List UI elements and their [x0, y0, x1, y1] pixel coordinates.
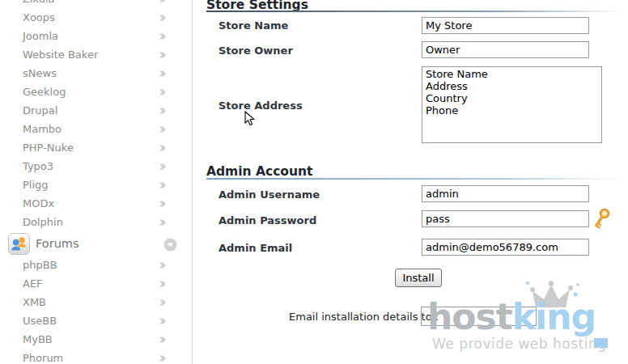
sidebar-item-label: Joomla — [23, 30, 58, 42]
chevron-right-icon — [159, 354, 167, 362]
sidebar-section-label: Forums — [36, 237, 79, 250]
chevron-right-icon — [159, 280, 167, 288]
sidebar-item-label: UseBB — [23, 315, 57, 327]
admin-email-input[interactable] — [422, 239, 589, 256]
sidebar-item-label: Geeklog — [23, 86, 66, 98]
chevron-right-icon — [159, 107, 167, 115]
sidebar-item-label: AEF — [23, 277, 43, 290]
chevron-right-icon — [159, 51, 167, 59]
sidebar-item-phpbb[interactable]: phpBB — [0, 256, 193, 274]
chevron-right-icon — [159, 0, 167, 3]
admin-email-label: Admin Email — [219, 242, 292, 254]
store-settings-rule — [206, 11, 622, 12]
install-button[interactable]: Install — [395, 269, 442, 287]
sidebar-item-modx[interactable]: MODx — [0, 194, 193, 213]
chevron-right-icon — [159, 163, 167, 171]
chevron-right-icon — [159, 336, 167, 344]
sidebar-item-label: XMB — [23, 296, 46, 308]
email-details-input[interactable] — [421, 307, 537, 326]
sidebar-item-typo3[interactable]: Typo3 — [0, 157, 193, 176]
sidebar-item-label: Xoops — [23, 11, 55, 23]
admin-account-rule — [206, 178, 622, 180]
collapse-section-icon[interactable] — [163, 238, 177, 252]
sidebar-item-label: Dolphin — [23, 216, 63, 228]
chevron-right-icon — [159, 218, 167, 226]
cms-app-list: Zikula Xoops Joomla Website Baker sNews … — [0, 0, 193, 231]
sidebar-item-label: MyBB — [23, 333, 53, 345]
installer-page: Zikula Xoops Joomla Website Baker sNews … — [0, 0, 628, 364]
sidebar-item-xmb[interactable]: XMB — [0, 293, 193, 311]
store-address-textarea[interactable]: Store Name Address Country Phone — [422, 66, 602, 143]
chevron-right-icon — [159, 32, 167, 40]
chevron-right-icon — [159, 261, 167, 269]
generate-password-key-icon[interactable] — [592, 207, 611, 230]
sidebar-item-xoops[interactable]: Xoops — [0, 8, 193, 27]
admin-username-label: Admin Username — [219, 188, 320, 201]
chevron-right-icon — [159, 70, 167, 78]
sidebar-item-joomla[interactable]: Joomla — [0, 27, 193, 45]
admin-password-input[interactable] — [422, 210, 589, 227]
sidebar-item-drupal[interactable]: Drupal — [0, 101, 193, 120]
chevron-right-icon — [159, 144, 167, 152]
sidebar-item-pligg[interactable]: Pligg — [0, 176, 193, 194]
admin-username-input[interactable] — [422, 185, 589, 202]
sidebar-item-snews[interactable]: sNews — [0, 64, 193, 83]
sidebar-item-label: Zikula — [23, 0, 54, 5]
sidebar-item-zikula[interactable]: Zikula — [0, 0, 193, 8]
sidebar-item-label: Pligg — [23, 179, 49, 191]
email-details-label: Email installation details to : — [289, 311, 439, 323]
forums-app-list: phpBB AEF XMB UseBB MyBB Phorum — [0, 256, 193, 364]
sidebar-section-forums[interactable]: Forums — [0, 231, 193, 258]
forums-people-icon — [8, 233, 30, 255]
sidebar-item-label: MODx — [23, 197, 54, 210]
sidebar-item-website-baker[interactable]: Website Baker — [0, 45, 193, 64]
sidebar-item-label: Mambo — [23, 123, 62, 135]
store-address-label: Store Address — [219, 99, 303, 112]
sidebar-item-label: Drupal — [23, 104, 57, 116]
chevron-right-icon — [159, 14, 167, 22]
admin-account-heading: Admin Account — [206, 164, 313, 179]
brand-tagline: We provide web hosting — [432, 336, 606, 352]
store-owner-label: Store Owner — [219, 44, 293, 57]
chevron-right-icon — [159, 181, 167, 189]
sidebar-item-label: Phorum — [23, 352, 63, 364]
sidebar-item-geeklog[interactable]: Geeklog — [0, 83, 193, 101]
chevron-right-icon — [159, 125, 167, 133]
sidebar-item-phorum[interactable]: Phorum — [0, 349, 193, 364]
chevron-right-icon — [159, 317, 167, 325]
sidebar-item-dolphin[interactable]: Dolphin — [0, 213, 193, 231]
sidebar-item-aef[interactable]: AEF — [0, 274, 193, 293]
store-name-input[interactable] — [422, 17, 589, 34]
app-sidebar: Zikula Xoops Joomla Website Baker sNews … — [0, 0, 193, 364]
store-owner-input[interactable] — [422, 41, 589, 58]
sidebar-item-label: Typo3 — [23, 160, 53, 172]
chevron-right-icon — [159, 298, 167, 307]
sidebar-item-label: sNews — [23, 67, 57, 79]
sidebar-item-label: Website Baker — [23, 49, 98, 61]
chevron-right-icon — [159, 200, 167, 208]
chevron-right-icon — [159, 88, 167, 96]
brand-accent-square — [594, 338, 608, 348]
sidebar-item-label: phpBB — [23, 259, 57, 271]
sidebar-item-label: PHP-Nuke — [23, 142, 74, 154]
mouse-cursor-icon — [244, 111, 256, 126]
sidebar-item-mambo[interactable]: Mambo — [0, 120, 193, 138]
sidebar-item-mybb[interactable]: MyBB — [0, 330, 193, 349]
sidebar-item-php-nuke[interactable]: PHP-Nuke — [0, 138, 193, 157]
store-name-label: Store Name — [219, 19, 288, 32]
admin-password-label: Admin Password — [219, 214, 316, 226]
sidebar-item-usebb[interactable]: UseBB — [0, 311, 193, 330]
